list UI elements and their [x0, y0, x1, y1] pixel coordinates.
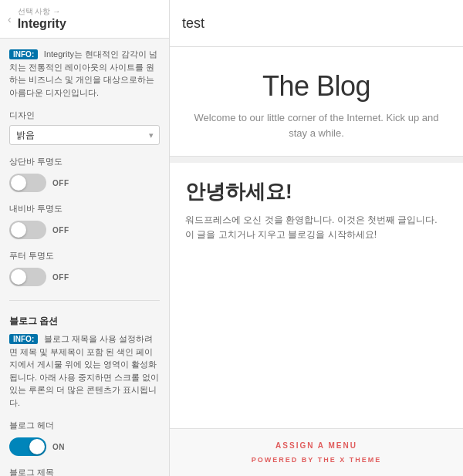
- preview-panel: test The Blog Welcome to our little corn…: [170, 0, 463, 476]
- blog-header-toggle-row: ON: [9, 437, 160, 456]
- footer-toggle[interactable]: [9, 268, 46, 286]
- blog-options-title: 블로그 옵션: [9, 315, 160, 328]
- topbar-toggle-row: OFF: [9, 174, 160, 192]
- panel-title: Integrity: [18, 18, 66, 30]
- topbar-toggle-knob: [11, 175, 26, 191]
- topbar-toggle[interactable]: [9, 174, 46, 192]
- blog-options-section: 블로그 옵션 INFO: 블로그 재목을 사용 설정하려면 제목 및 부제목이 …: [9, 315, 160, 409]
- navbar-toggle-section: 내비바 투명도 OFF: [9, 203, 160, 239]
- header-title-block: 선택 사항 → Integrity: [18, 8, 66, 30]
- footer-toggle-knob: [11, 269, 26, 285]
- info-description: INFO: Integrity는 현대적인 감각이 넘치는 전통적인 레이아웃의…: [9, 48, 160, 99]
- navbar-toggle[interactable]: [9, 221, 46, 239]
- preview-footer: ASSIGN A MENU POWERED BY THE X THEME: [170, 428, 463, 476]
- topbar-toggle-section: 상단바 투명도 OFF: [9, 156, 160, 192]
- navbar-toggle-knob: [11, 222, 26, 238]
- back-button[interactable]: ‹: [8, 13, 12, 25]
- panel-body: INFO: Integrity는 현대적인 감각이 넘치는 전통적인 레이아웃의…: [0, 39, 169, 476]
- footer-toggle-section: 푸터 투명도 OFF: [9, 250, 160, 286]
- blog-hero-title: The Blog: [185, 70, 448, 103]
- preview-top-bar: test: [170, 0, 463, 47]
- footer-theme-name: X THEME: [340, 456, 381, 464]
- navbar-toggle-state: OFF: [52, 226, 69, 235]
- info-badge: INFO:: [9, 49, 38, 59]
- footer-assign-menu[interactable]: ASSIGN A MENU: [182, 441, 451, 450]
- blog-header-toggle-knob: [29, 439, 45, 454]
- settings-panel: ‹ 선택 사항 → Integrity INFO: Integrity는 현대적…: [0, 0, 170, 476]
- panel-header: ‹ 선택 사항 → Integrity: [0, 0, 169, 39]
- preview-page-name: test: [182, 15, 204, 32]
- section-divider: [9, 300, 160, 301]
- blog-info-text: 블로그 재목을 사용 설정하려면 제목 및 부제목이 포함 된 색인 페이지에서…: [9, 334, 159, 407]
- footer-powered: POWERED BY THE X THEME: [182, 456, 451, 464]
- design-select[interactable]: 밝음어두움: [9, 125, 160, 145]
- blog-header-toggle[interactable]: [9, 437, 46, 456]
- footer-powered-text: POWERED BY THE: [252, 456, 336, 464]
- post-content: 워드프레스에 오신 것을 환영합니다. 이것은 첫번째 글입니다. 이 글을 고…: [185, 213, 448, 242]
- footer-toggle-row: OFF: [9, 268, 160, 286]
- topbar-toggle-state: OFF: [52, 179, 69, 187]
- footer-toggle-label: 푸터 투명도: [9, 250, 160, 262]
- blog-header-toggle-section: 블로그 헤더 ON: [9, 420, 160, 456]
- breadcrumb: 선택 사항 →: [18, 8, 66, 15]
- blog-header-label: 블로그 헤더: [9, 420, 160, 431]
- blog-header-toggle-state: ON: [52, 443, 65, 451]
- design-section: 디자인 밝음어두움: [9, 110, 160, 145]
- blog-info: INFO: 블로그 재목을 사용 설정하려면 제목 및 부제목이 포함 된 색인…: [9, 333, 160, 409]
- blog-title-label: 블로그 제목: [9, 467, 160, 476]
- navbar-toggle-row: OFF: [9, 221, 160, 239]
- blog-title-section: 블로그 제목: [9, 467, 160, 476]
- design-label: 디자인: [9, 110, 160, 121]
- blog-info-badge: INFO:: [9, 334, 38, 344]
- footer-toggle-state: OFF: [52, 273, 69, 282]
- blog-hero-subtitle: Welcome to our little corner of the Inte…: [185, 110, 448, 140]
- preview-content: The Blog Welcome to our little corner of…: [170, 47, 463, 476]
- design-select-wrap: 밝음어두움: [9, 125, 160, 145]
- navbar-label: 내비바 투명도: [9, 203, 160, 214]
- post-title: 안녕하세요!: [185, 178, 448, 205]
- topbar-label: 상단바 투명도: [9, 156, 160, 167]
- post-area: 안녕하세요! 워드프레스에 오신 것을 환영합니다. 이것은 첫번째 글입니다.…: [170, 163, 463, 428]
- blog-hero: The Blog Welcome to our little corner of…: [170, 47, 463, 157]
